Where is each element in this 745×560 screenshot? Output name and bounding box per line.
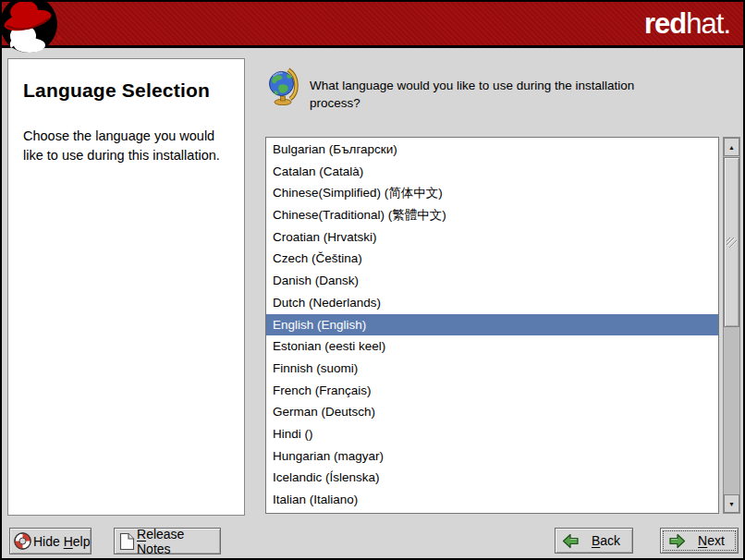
language-list-item[interactable]: Bulgarian (Български) bbox=[266, 139, 718, 161]
redhat-shadowman-logo-icon bbox=[0, 0, 60, 56]
help-panel: Language Selection Choose the language y… bbox=[7, 58, 245, 516]
lifesaver-icon bbox=[13, 531, 32, 551]
trademark-dot bbox=[57, 36, 61, 40]
installer-window: redhat. Language Selection Choose the la… bbox=[0, 0, 745, 560]
language-list-item[interactable]: Croatian (Hrvatski) bbox=[266, 226, 718, 249]
arrow-right-icon bbox=[668, 533, 686, 549]
language-list-item[interactable]: Czech (Čeština) bbox=[266, 248, 718, 270]
triangle-up-icon: ▲ bbox=[728, 144, 735, 151]
wordmark-light: hat. bbox=[686, 7, 730, 40]
language-list-item[interactable]: Hungarian (magyar) bbox=[266, 445, 718, 468]
release-notes-button[interactable]: Release Notes bbox=[114, 528, 221, 554]
language-list-item[interactable]: Hindi () bbox=[266, 423, 718, 445]
scroll-up-button[interactable]: ▲ bbox=[724, 138, 739, 156]
language-list-item[interactable]: Chinese(Traditional) (繁體中文) bbox=[266, 204, 718, 226]
back-label: Back bbox=[592, 533, 620, 548]
question-row: What language would you like to use duri… bbox=[267, 65, 729, 113]
page-title: Language Selection bbox=[23, 79, 229, 102]
next-button[interactable]: Next bbox=[660, 528, 739, 554]
hide-help-button[interactable]: Hide Help bbox=[9, 528, 92, 554]
list-scrollbar[interactable]: ▲ ▼ bbox=[723, 137, 740, 514]
language-list-item[interactable]: Italian (Italiano) bbox=[266, 489, 718, 511]
language-list[interactable]: Bulgarian (Български)Catalan (Català)Chi… bbox=[265, 137, 719, 514]
wordmark-bold: red bbox=[644, 7, 686, 40]
arrow-left-icon bbox=[562, 533, 580, 549]
language-list-item[interactable]: Finnish (suomi) bbox=[266, 358, 718, 380]
back-button[interactable]: Back bbox=[555, 528, 633, 554]
scrollbar-thumb[interactable] bbox=[724, 157, 739, 327]
document-icon bbox=[119, 532, 135, 551]
language-list-item[interactable]: French (Français) bbox=[266, 380, 718, 402]
thumb-grip-icon bbox=[727, 237, 737, 248]
language-list-item[interactable]: Danish (Dansk) bbox=[266, 270, 718, 292]
language-list-item[interactable]: English (English) bbox=[266, 314, 718, 336]
globe-icon bbox=[267, 65, 299, 105]
language-list-item[interactable]: Estonian (eesti keel) bbox=[266, 335, 718, 358]
hide-help-label: Hide Help bbox=[33, 534, 91, 549]
redhat-wordmark: redhat. bbox=[644, 7, 730, 41]
question-text: What language would you like to use duri… bbox=[310, 78, 653, 113]
top-banner: redhat. bbox=[2, 2, 743, 48]
language-list-item[interactable]: Chinese(Simplified) (简体中文) bbox=[266, 182, 718, 204]
release-notes-label: Release Notes bbox=[137, 527, 220, 556]
triangle-down-icon: ▼ bbox=[728, 501, 735, 507]
scroll-down-button[interactable]: ▼ bbox=[724, 494, 739, 513]
language-list-item[interactable]: German (Deutsch) bbox=[266, 401, 718, 423]
language-list-item[interactable]: Dutch (Nederlands) bbox=[266, 292, 718, 314]
language-list-item[interactable]: Icelandic (Íslenska) bbox=[266, 467, 718, 489]
language-list-item[interactable]: Catalan (Català) bbox=[266, 161, 718, 183]
next-label: Next bbox=[698, 533, 725, 548]
help-text: Choose the language you would like to us… bbox=[23, 127, 229, 164]
